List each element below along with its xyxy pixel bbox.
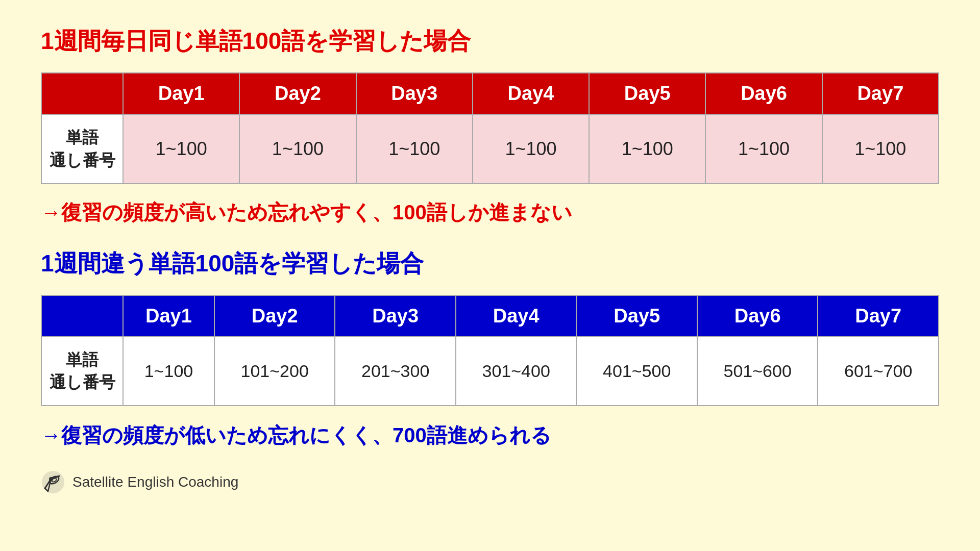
table2-header-day6: Day6: [697, 295, 818, 337]
table1-header-day4: Day4: [473, 73, 589, 114]
table-same-words: Day1 Day2 Day3 Day4 Day5 Day6 Day7 単語 通し…: [41, 72, 939, 184]
table2-cell-day3: 201~300: [335, 337, 456, 406]
table1-cell-day7: 1~100: [822, 114, 939, 184]
section1-title: 1週間毎日同じ単語100語を学習した場合: [41, 26, 939, 57]
logo-text: Satellite English Coaching: [72, 474, 238, 490]
table1-cell-day6: 1~100: [705, 114, 822, 184]
table2-header-day7: Day7: [818, 295, 939, 337]
table1-header-day6: Day6: [705, 73, 822, 114]
table1-header-day7: Day7: [822, 73, 939, 114]
table2-row-header: 単語 通し番号: [41, 337, 123, 406]
table1-header-day1: Day1: [123, 73, 239, 114]
table1-cell-day5: 1~100: [589, 114, 705, 184]
table2-cell-day5: 401~500: [576, 337, 697, 406]
table1-cell-day2: 1~100: [239, 114, 356, 184]
table1-cell-day3: 1~100: [356, 114, 473, 184]
table2-cell-day2: 101~200: [214, 337, 335, 406]
table-diff-words: Day1 Day2 Day3 Day4 Day5 Day6 Day7 単語 通し…: [41, 295, 939, 407]
section2-result: →復習の頻度が低いため忘れにくく、700語進められる: [41, 421, 939, 449]
table1-header-day3: Day3: [356, 73, 473, 114]
table1-row-header: 単語 通し番号: [41, 114, 123, 184]
section2-title: 1週間違う単語100語を学習した場合: [41, 248, 939, 280]
table2-header-empty: [41, 295, 123, 337]
table1-header-empty: [41, 73, 123, 114]
section1-result: →復習の頻度が高いため忘れやすく、100語しか進まない: [41, 198, 939, 227]
table2-header-day2: Day2: [214, 295, 335, 337]
table2-cell-day1: 1~100: [123, 337, 214, 406]
table2-cell-day4: 301~400: [456, 337, 577, 406]
table1-header-day5: Day5: [589, 73, 705, 114]
table2-header-day4: Day4: [456, 295, 577, 337]
table1-cell-day1: 1~100: [123, 114, 239, 184]
table2-cell-day7: 601~700: [818, 337, 939, 406]
table1-header-day2: Day2: [239, 73, 356, 114]
satellite-icon: [41, 470, 65, 494]
table2-cell-day6: 501~600: [697, 337, 818, 406]
table2-header-day5: Day5: [576, 295, 697, 337]
logo-area: Satellite English Coaching: [41, 470, 939, 494]
table1-cell-day4: 1~100: [473, 114, 589, 184]
table2-header-day3: Day3: [335, 295, 456, 337]
table2-header-day1: Day1: [123, 295, 214, 337]
